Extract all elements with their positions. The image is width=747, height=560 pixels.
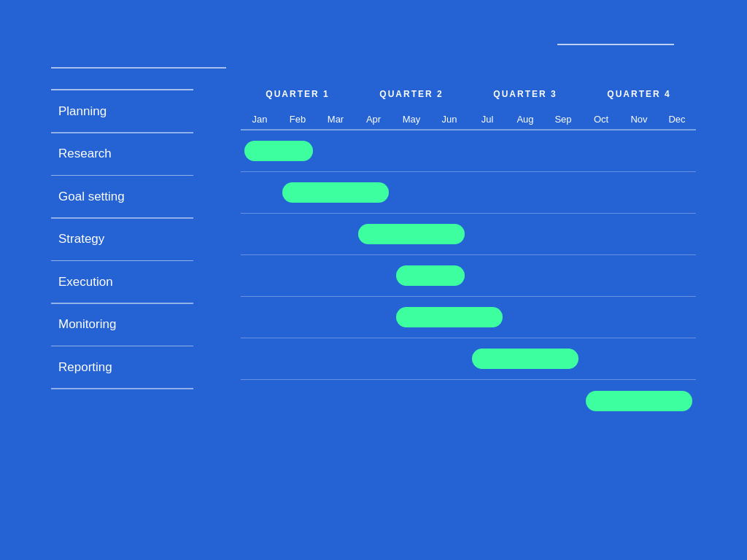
month-header: Apr — [355, 114, 392, 125]
month-header: Oct — [582, 114, 620, 125]
gantt-bar — [396, 265, 465, 286]
logo-divider — [51, 67, 226, 69]
process-item: Reporting — [51, 346, 233, 388]
month-header: Feb — [279, 114, 317, 125]
month-header: Nov — [620, 114, 658, 125]
header-right — [557, 44, 696, 45]
gantt-rows — [241, 131, 696, 421]
quarter-header: QUARTER 1 — [241, 89, 355, 99]
gantt-row — [241, 214, 696, 255]
gantt-bar — [396, 307, 503, 327]
month-header: May — [392, 114, 430, 125]
gantt-row — [241, 255, 696, 297]
quarter-header: QUARTER 3 — [468, 89, 582, 99]
gantt-bar — [358, 224, 465, 244]
process-item-divider — [51, 388, 193, 389]
quarter-header: QUARTER 2 — [355, 89, 468, 99]
process-column: Planning Research Goal setting Strategy … — [51, 83, 233, 516]
gantt-bar — [282, 182, 389, 203]
gantt-row — [241, 172, 696, 214]
page-container: Planning Research Goal setting Strategy … — [0, 0, 747, 560]
process-item: Strategy — [51, 219, 233, 260]
quarter-header: QUARTER 4 — [582, 89, 696, 99]
gantt-bar — [472, 349, 578, 369]
gantt-row — [241, 131, 696, 172]
gantt-row — [241, 338, 696, 380]
month-header: Jun — [430, 114, 468, 125]
gantt-row — [241, 380, 696, 421]
gantt-row — [241, 297, 696, 338]
month-header: Dec — [658, 114, 696, 125]
process-item: Goal setting — [51, 176, 233, 217]
header — [51, 44, 696, 45]
process-items-list: Planning Research Goal setting Strategy … — [51, 90, 233, 389]
gantt-bar — [244, 141, 313, 161]
month-header: Jan — [241, 114, 279, 125]
month-header: Mar — [317, 114, 355, 125]
header-line-decoration — [557, 44, 674, 45]
main-content: Planning Research Goal setting Strategy … — [51, 83, 696, 516]
process-item: Planning — [51, 90, 233, 132]
month-header: Aug — [506, 114, 544, 125]
process-item: Execution — [51, 261, 233, 303]
months-row: JanFebMarAprMayJunJulAugSepOctNovDec — [241, 109, 696, 131]
month-header: Jul — [468, 114, 506, 125]
gantt-column: QUARTER 1QUARTER 2QUARTER 3QUARTER 4 Jan… — [233, 83, 696, 516]
process-item: Monitoring — [51, 304, 233, 346]
process-item: Research — [51, 133, 233, 175]
gantt-bar — [586, 391, 692, 411]
quarters-row: QUARTER 1QUARTER 2QUARTER 3QUARTER 4 — [241, 83, 696, 105]
month-header: Sep — [544, 114, 582, 125]
